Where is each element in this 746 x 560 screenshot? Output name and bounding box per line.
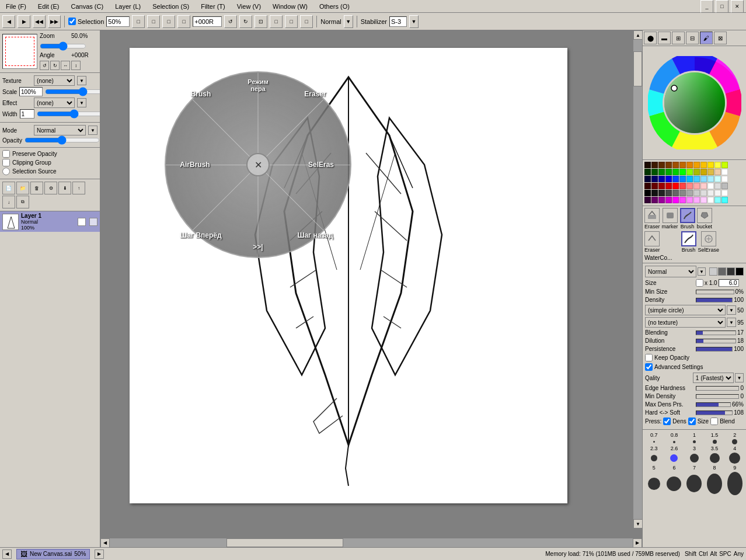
color-swatch[interactable] [714,169,721,175]
color-swatch[interactable] [679,197,686,203]
color-swatch[interactable] [651,183,658,189]
advanced-settings-checkbox[interactable] [645,363,653,371]
mode-dropdown[interactable]: ▼ [344,15,353,28]
brush-size-dot[interactable] [693,440,696,443]
vscroll-up-btn[interactable]: ▲ [633,30,642,40]
layer-move-down-btn[interactable]: ↓ [2,196,15,208]
vscroll-track[interactable] [633,40,642,519]
color-swatch[interactable] [665,162,672,168]
menu-filter[interactable]: Filter (T) [197,2,229,11]
selection-source-radio[interactable] [2,168,10,175]
angle-btn-6[interactable]: □ [300,15,313,28]
window-maximize-btn[interactable]: □ [716,0,728,13]
brush-size-dot[interactable] [707,474,722,494]
effect-select[interactable]: (none) [34,98,75,108]
brush-size-dot[interactable] [667,476,681,491]
color-swatch[interactable] [693,183,700,189]
color-swatch[interactable] [679,169,686,175]
angle-btn-1[interactable]: ↺ [224,15,237,28]
angle-flip-h[interactable]: ↔ [61,61,70,70]
color-swatch[interactable] [707,183,714,189]
brush-size-dot[interactable] [690,454,699,462]
blend-checkbox[interactable] [710,418,718,425]
brush-size-dot[interactable] [713,440,717,444]
color-swatch[interactable] [658,162,665,168]
edge-hardness-track[interactable] [696,386,739,391]
tool-btn-3[interactable]: ◀◀ [33,15,46,28]
stabilizer-input[interactable] [389,16,407,27]
color-swatch[interactable] [714,197,721,203]
hscroll-right-btn[interactable]: ▶ [633,538,642,548]
color-swatch[interactable] [651,176,658,182]
color-swatch[interactable] [672,176,679,182]
statusbar-prev-btn[interactable]: ◀ [2,549,12,559]
hscroll-track[interactable] [110,538,633,547]
color-wheel-svg[interactable] [648,56,741,149]
persistence-track[interactable] [696,347,733,352]
brush-panel-btn[interactable]: 🖌 [700,32,713,44]
tool-btn-1[interactable]: ◀ [2,15,15,28]
swatches-btn[interactable]: ⊞ [672,32,685,44]
color-picker-dot[interactable] [671,85,677,91]
brush-size-dot[interactable] [653,441,655,443]
layer-lock-icon[interactable] [89,218,97,226]
color-swatch[interactable] [658,183,665,189]
angle-btn-3[interactable]: ⊡ [255,15,267,28]
color-swatch[interactable] [721,169,728,175]
min-size-track[interactable] [696,290,734,294]
brush-size-dot[interactable] [651,455,657,461]
angle-flip-v[interactable]: ↕ [71,61,81,70]
menu-selection[interactable]: Selection (S) [149,2,193,11]
color-swatch[interactable] [665,176,672,182]
brush-selected-icon[interactable] [681,231,696,246]
blend-mode-options[interactable]: ▼ [698,267,706,276]
color-swatch[interactable] [714,176,721,182]
brush-texture-select[interactable]: (no texture) [645,317,726,328]
angle-input[interactable] [193,16,222,27]
preserve-opacity-checkbox[interactable] [2,150,10,158]
effect-options-btn[interactable]: ▼ [77,98,86,107]
menu-file[interactable]: File (F) [2,2,30,11]
color-swatch[interactable] [644,183,651,189]
dens-checkbox[interactable] [663,418,671,425]
new-folder-btn[interactable]: 📁 [16,182,29,194]
blend-opt-1[interactable] [709,267,717,276]
color-swatch[interactable] [644,190,651,196]
color-swatch[interactable] [693,197,700,203]
hscroll-left-btn[interactable]: ◀ [100,538,110,548]
color-swatch[interactable] [651,190,658,196]
menu-edit[interactable]: Edit (E) [34,2,63,11]
opacity-slider[interactable] [25,137,100,144]
blend-opt-2[interactable] [718,267,726,276]
brush-size-dot[interactable] [673,441,675,443]
brush-shape-select[interactable]: (simple circle) [645,305,726,315]
color-swatch[interactable] [686,162,693,168]
delete-layer-btn[interactable]: 🗑 [30,182,43,194]
color-swatch[interactable] [679,190,686,196]
color-swatch[interactable] [679,176,686,182]
layer-item[interactable]: Layer 1 Normal 100% [0,211,100,232]
angle-btn-2[interactable]: ↻ [239,15,252,28]
color-swatch[interactable] [721,176,728,182]
brush-shape-dropdown[interactable]: ▼ [727,305,736,315]
color-swatch[interactable] [700,169,707,175]
color-swatch[interactable] [644,176,651,182]
blend-opt-3[interactable] [727,267,735,276]
color-swatch[interactable] [707,176,714,182]
color-swatch[interactable] [721,183,728,189]
blend-mode-select[interactable]: Normal [645,266,696,277]
brush-size-dot[interactable] [670,454,678,462]
selection-checkbox[interactable] [68,18,76,25]
density-track[interactable] [696,298,733,302]
color-swatch[interactable] [700,176,707,182]
color-swatch[interactable] [707,162,714,168]
layer-options-btn[interactable]: ⚙ [44,182,57,194]
color-swatch[interactable] [672,162,679,168]
color-swatch[interactable] [693,162,700,168]
blending-track[interactable] [696,331,736,335]
color-swatch[interactable] [707,169,714,175]
color-mixer-btn[interactable]: ⊠ [714,32,727,44]
brush-size-dot[interactable] [710,453,720,463]
color-bar-btn[interactable]: ▬ [658,32,671,44]
layer-duplicate-btn[interactable]: ⧉ [16,196,29,208]
